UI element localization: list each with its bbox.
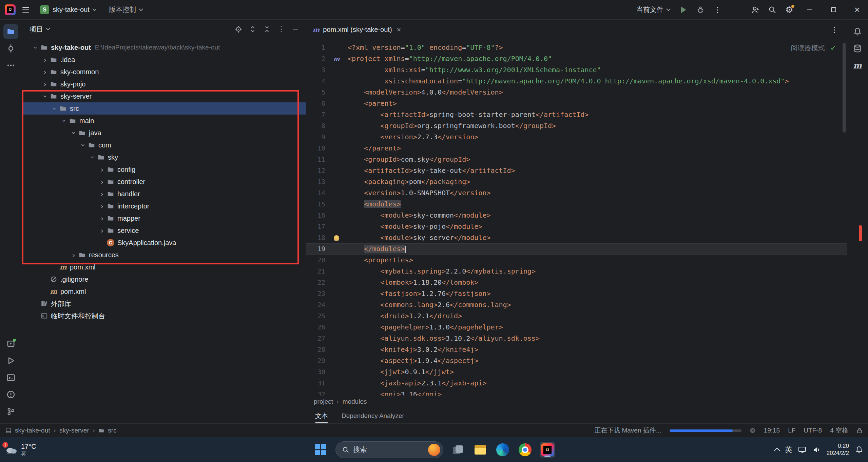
chevron-down-icon[interactable]: ›	[41, 92, 50, 101]
chevron-right-icon[interactable]: ›	[40, 68, 50, 76]
chevron-right-icon[interactable]: ›	[97, 190, 107, 198]
code-line[interactable]: 8 <groupId>org.springframework.boot</gro…	[306, 120, 847, 132]
edge-browser-button[interactable]	[495, 442, 510, 458]
tree-item-.idea[interactable]: ›.idea	[22, 54, 306, 66]
vcs-widget-button[interactable]: 版本控制	[105, 2, 147, 17]
tree-item-sky[interactable]: ›sky	[22, 151, 306, 163]
tab-text[interactable]: 文本	[315, 408, 328, 423]
tree-item-com[interactable]: ›com	[22, 139, 306, 151]
tab-close-icon[interactable]: ×	[397, 25, 401, 34]
breadcrumb-modules[interactable]: modules	[343, 398, 367, 405]
volume-icon[interactable]	[812, 446, 821, 454]
clock-widget[interactable]: 0:20 2024/2/2	[827, 443, 849, 457]
code-line[interactable]: 24 <commons.lang>2.6</commons.lang>	[306, 299, 847, 310]
code-line[interactable]: 3 xmlns:xsi="http://www.w3.org/2001/XMLS…	[306, 64, 847, 76]
problems-tool-button[interactable]	[3, 387, 18, 402]
indent-style[interactable]: 4 空格	[830, 426, 848, 435]
tree-item-sky-take-out[interactable]: ›sky-take-outE:\IdeaProjects\takeaway\ba…	[22, 41, 306, 54]
task-view-button[interactable]	[450, 442, 466, 458]
weather-widget[interactable]: 1 17°C 雾	[5, 443, 36, 457]
network-icon[interactable]	[798, 446, 806, 454]
tree-item-resources[interactable]: ›resources	[22, 249, 306, 261]
reader-mode-link[interactable]: 阅读器模式	[791, 43, 825, 53]
debug-button[interactable]	[693, 2, 708, 17]
tree-item-.gitignore[interactable]: .gitignore	[22, 273, 306, 285]
breadcrumb-project[interactable]: project	[314, 398, 333, 405]
project-selector[interactable]: S sky-take-out	[36, 2, 100, 17]
code-line[interactable]: 12 <artifactId>sky-take-out</artifactId>	[306, 165, 847, 176]
terminal-tool-button[interactable]	[3, 370, 18, 385]
code-line[interactable]: 27 <aliyun.sdk.oss>3.10.2</aliyun.sdk.os…	[306, 333, 847, 344]
code-line[interactable]: 11 <groupId>com.sky</groupId>	[306, 154, 847, 165]
chevron-down-icon[interactable]: ›	[70, 128, 78, 138]
tree-item-src[interactable]: ›src	[22, 102, 306, 115]
tree-item-sky-common[interactable]: ›sky-common	[22, 66, 306, 78]
project-tool-button[interactable]	[3, 24, 18, 39]
tree-item-skyapplication.java[interactable]: CSkyApplication.java	[22, 237, 306, 249]
code-line[interactable]: 9 <version>2.7.3</version>	[306, 132, 847, 143]
code-line[interactable]: 26 <pagehelper>1.3.0</pagehelper>	[306, 322, 847, 333]
tree-item--[interactable]: 临时文件和控制台	[22, 310, 306, 322]
code-line[interactable]: 17 <module>sky-pojo</module>	[306, 221, 847, 232]
line-separator[interactable]: LF	[788, 427, 795, 434]
tree-item--[interactable]: 外部库	[22, 298, 306, 310]
notifications-button[interactable]	[850, 24, 865, 39]
tree-item-mapper[interactable]: ›mapper	[22, 212, 306, 224]
tab-pom-xml[interactable]: m pom.xml (sky-take-out) ×	[306, 20, 407, 40]
code-line[interactable]: 5 <modelVersion>4.0.0</modelVersion>	[306, 87, 847, 98]
chevron-right-icon[interactable]: ›	[97, 165, 107, 174]
chevron-right-icon[interactable]: ›	[69, 251, 78, 259]
code-line[interactable]: 29 <aspectj>1.9.4</aspectj>	[306, 355, 847, 366]
code-line[interactable]: 23 <fastjson>1.2.76</fastjson>	[306, 288, 847, 299]
editor-scrollbar[interactable]	[843, 43, 846, 133]
intellij-idea-button[interactable]	[540, 442, 555, 458]
panel-options-button[interactable]: ⋮	[275, 23, 287, 35]
maximize-button[interactable]	[823, 0, 844, 20]
status-crumb-project[interactable]: sky-take-out	[15, 427, 50, 434]
commit-tool-button[interactable]	[3, 41, 18, 56]
chevron-down-icon[interactable]: ›	[60, 116, 69, 125]
file-explorer-button[interactable]	[472, 442, 488, 458]
status-crumb-dir[interactable]: src	[108, 427, 116, 434]
code-line[interactable]: 21 <mybatis.spring>2.2.0</mybatis.spring…	[306, 266, 847, 277]
code-editor[interactable]: 1<?xml version="1.0" encoding="UTF-8"?>2…	[306, 40, 847, 396]
tree-item-interceptor[interactable]: ›interceptor	[22, 200, 306, 212]
code-line[interactable]: 13 <packaging>pom</packaging>	[306, 176, 847, 187]
run-tool-button[interactable]	[3, 353, 18, 368]
code-line[interactable]: 30 <jjwt>0.9.1</jjwt>	[306, 366, 847, 378]
chevron-right-icon[interactable]: ›	[97, 202, 107, 210]
more-tools-button[interactable]	[3, 58, 18, 73]
code-line[interactable]: 15 <modules>	[306, 199, 847, 210]
tree-item-java[interactable]: ›java	[22, 127, 306, 139]
tree-item-service[interactable]: ›service	[22, 224, 306, 237]
tree-item-main[interactable]: ›main	[22, 115, 306, 127]
code-line[interactable]: 7 <artifactId>spring-boot-starter-parent…	[306, 109, 847, 120]
code-with-me-button[interactable]	[748, 2, 763, 17]
tree-item-controller[interactable]: ›controller	[22, 176, 306, 188]
lock-icon[interactable]	[856, 427, 863, 434]
services-tool-button[interactable]	[3, 336, 18, 351]
code-line[interactable]: 10 </parent>	[306, 143, 847, 154]
database-tool-button[interactable]	[850, 41, 865, 56]
code-line[interactable]: 25 <druid>1.2.1</druid>	[306, 310, 847, 322]
file-encoding[interactable]: UTF-8	[804, 427, 822, 434]
settings-button[interactable]: ⚙	[782, 2, 797, 17]
main-menu-button[interactable]	[20, 5, 31, 15]
hide-panel-button[interactable]	[290, 23, 301, 35]
intention-bulb-icon[interactable]	[334, 235, 339, 241]
chevron-right-icon[interactable]: ›	[97, 214, 107, 223]
version-control-tool-button[interactable]	[3, 404, 18, 419]
chevron-down-icon[interactable]: ›	[32, 43, 40, 52]
chevron-right-icon[interactable]: ›	[40, 80, 50, 88]
collapse-all-button[interactable]	[261, 23, 273, 35]
code-line[interactable]: 4 xsi:schemaLocation="http://maven.apach…	[306, 76, 847, 87]
inspections-ok-icon[interactable]: ✓	[830, 44, 836, 52]
code-line[interactable]: 1<?xml version="1.0" encoding="UTF-8"?>	[306, 42, 847, 53]
code-line[interactable]: 18 <module>sky-server</module>	[306, 232, 847, 243]
code-line[interactable]: 20 <properties>	[306, 255, 847, 266]
tray-expand-button[interactable]	[774, 448, 780, 454]
select-opened-file-button[interactable]	[233, 23, 244, 35]
chevron-right-icon[interactable]: ›	[97, 178, 107, 186]
maven-gutter-icon[interactable]: m	[333, 56, 340, 62]
tree-item-pom.xml[interactable]: mpom.xml	[22, 261, 306, 273]
